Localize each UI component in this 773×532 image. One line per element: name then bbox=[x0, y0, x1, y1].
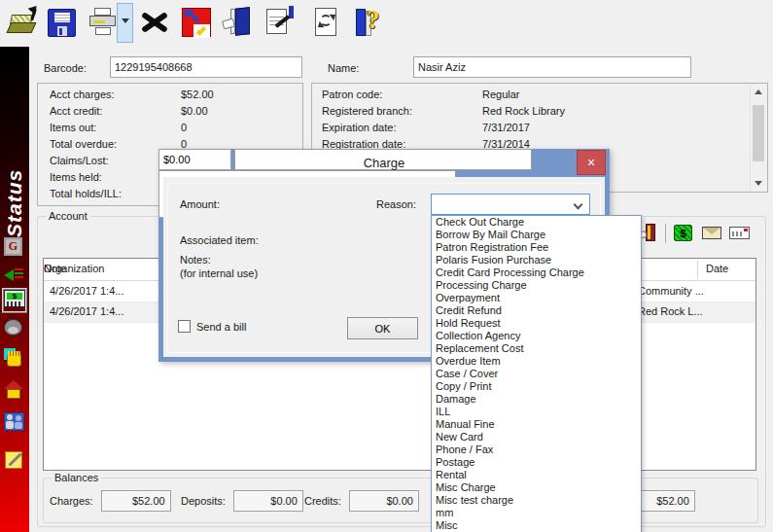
account-mini-toolbar: $ bbox=[637, 221, 751, 246]
caret-down-icon bbox=[122, 18, 129, 23]
balance-value-box: $0.00 bbox=[349, 490, 419, 512]
main-toolbar: ? bbox=[0, 0, 773, 47]
summary-label: Total holds/ILL: bbox=[50, 188, 122, 199]
scroll-down-button[interactable] bbox=[751, 176, 766, 191]
print-icon[interactable] bbox=[88, 5, 119, 42]
help-glyph: ? bbox=[367, 3, 380, 36]
balances-groupbox: Balances Charges:$52.00Deposits:$0.00Cre… bbox=[43, 478, 758, 523]
print-options-dropdown-button[interactable] bbox=[117, 3, 133, 43]
reason-option[interactable]: Check Out Charge bbox=[432, 216, 641, 229]
reason-option[interactable]: Misc Charge bbox=[432, 481, 641, 494]
reason-option[interactable]: Rental bbox=[432, 469, 641, 481]
notes-label: Notes: bbox=[180, 254, 211, 266]
holds-hand-icon[interactable] bbox=[4, 348, 25, 370]
details-scrollbar[interactable] bbox=[750, 85, 766, 191]
help-icon[interactable]: ? bbox=[354, 5, 385, 42]
cell-date: 4/26/2017 1:4... bbox=[50, 285, 123, 297]
reason-option[interactable]: Damage bbox=[432, 393, 641, 406]
summary-row: Items out:0 bbox=[38, 122, 302, 138]
cell-organization: Community ... bbox=[638, 285, 704, 297]
summary-label: Items held: bbox=[50, 171, 102, 183]
open-icon[interactable] bbox=[8, 5, 39, 42]
reason-option[interactable]: Manual Fine bbox=[432, 418, 641, 431]
reason-option[interactable]: Postage bbox=[432, 456, 641, 469]
scrollbar-thumb[interactable] bbox=[753, 105, 764, 161]
cell-date: 4/26/2017 1:4... bbox=[50, 305, 123, 317]
reason-option[interactable]: mm bbox=[432, 507, 641, 519]
summary-value: $52.00 bbox=[181, 89, 214, 100]
patron-figure-icon[interactable] bbox=[4, 319, 25, 340]
triangle-down-icon bbox=[755, 181, 762, 186]
detail-row: Registered branch:Red Rock Library bbox=[312, 105, 748, 122]
sidebar-title: Status bbox=[1, 105, 28, 237]
payment-dollar-icon[interactable]: $ bbox=[673, 223, 694, 244]
reason-option[interactable]: New Card bbox=[432, 431, 641, 443]
receipt-card-icon[interactable] bbox=[729, 223, 751, 244]
summary-value: $0.00 bbox=[181, 105, 208, 117]
summary-row: Acct charges:$52.00 bbox=[38, 89, 302, 105]
column-header[interactable]: Note bbox=[44, 263, 66, 274]
column-header[interactable]: Date bbox=[706, 263, 728, 274]
properties-icon[interactable] bbox=[264, 5, 295, 42]
barcode-input[interactable] bbox=[110, 56, 302, 78]
account-group-title: Account bbox=[46, 210, 90, 222]
mail-envelope-icon[interactable] bbox=[701, 223, 722, 244]
reason-option[interactable]: Credit Refund bbox=[432, 304, 641, 317]
summary-label: Items out: bbox=[50, 122, 96, 133]
status-sidebar: Status G $ bbox=[0, 47, 29, 532]
send-bill-label: Send a bill bbox=[196, 321, 246, 333]
detail-label: Expiration date: bbox=[322, 122, 396, 133]
refresh-icon[interactable] bbox=[311, 5, 342, 42]
detail-label: Registered branch: bbox=[322, 105, 412, 117]
renew-book-hand-icon[interactable] bbox=[223, 5, 254, 42]
summary-label: Total overdue: bbox=[50, 138, 117, 150]
summary-row: Acct credit:$0.00 bbox=[38, 105, 302, 122]
ok-button[interactable]: OK bbox=[347, 317, 418, 339]
balance-label: Credits: bbox=[304, 495, 341, 507]
reason-option[interactable]: Hold Request bbox=[432, 317, 641, 330]
reason-option[interactable]: Borrow By Mail Charge bbox=[432, 229, 641, 241]
reason-option[interactable]: Credit Card Processing Charge bbox=[432, 266, 641, 279]
reason-option[interactable]: Replacement Cost bbox=[432, 342, 641, 355]
check-in-icon[interactable] bbox=[181, 5, 212, 42]
name-input[interactable] bbox=[413, 56, 691, 78]
home-house-icon[interactable] bbox=[4, 379, 25, 401]
balance-value-box: $0.00 bbox=[233, 490, 303, 512]
close-icon[interactable]: × bbox=[577, 150, 606, 175]
general-badge-icon[interactable]: G bbox=[4, 237, 25, 259]
reason-option[interactable]: Copy / Print bbox=[432, 380, 641, 393]
send-bill-checkbox[interactable] bbox=[178, 320, 191, 333]
scroll-up-button[interactable] bbox=[751, 85, 766, 99]
reason-option[interactable]: Processing Charge bbox=[432, 279, 641, 292]
toolbar-separator bbox=[665, 224, 666, 243]
summary-label: Claims/Lost: bbox=[50, 155, 109, 166]
notes-pad-icon[interactable] bbox=[4, 449, 25, 471]
reason-option[interactable]: Case / Cover bbox=[432, 368, 641, 380]
reason-option[interactable]: Overdue Item bbox=[432, 355, 641, 368]
reason-option[interactable]: ILL bbox=[432, 406, 641, 418]
reason-option[interactable]: Overpayment bbox=[432, 292, 641, 304]
delete-icon[interactable] bbox=[139, 5, 170, 42]
detail-row: Expiration date:7/31/2017 bbox=[312, 122, 748, 138]
reason-option[interactable]: Misc test charge bbox=[432, 494, 641, 507]
reason-option[interactable]: Patron Registration Fee bbox=[432, 241, 641, 254]
barcode-label: Barcode: bbox=[44, 62, 87, 74]
reason-option[interactable]: Collection Agency bbox=[432, 330, 641, 342]
reason-option[interactable]: Misc bbox=[432, 519, 641, 532]
balance-label: Charges: bbox=[50, 495, 93, 507]
detail-value: Regular bbox=[482, 89, 520, 100]
reason-option[interactable]: Polaris Fusion Purchase bbox=[432, 254, 641, 266]
summary-label: Acct charges: bbox=[50, 89, 115, 100]
reason-option[interactable]: Phone / Fax bbox=[432, 443, 641, 456]
summary-value: 0 bbox=[181, 122, 187, 133]
reason-dropdown-list: Check Out ChargeBorrow By Mail ChargePat… bbox=[431, 215, 642, 532]
application-window: ? Status G $ Barcode: Name: Acct charges… bbox=[0, 0, 773, 532]
associations-people-icon[interactable] bbox=[4, 412, 25, 434]
summary-label: Acct credit: bbox=[50, 105, 102, 117]
claims-arrows-icon[interactable] bbox=[4, 265, 25, 286]
reason-select[interactable] bbox=[431, 194, 590, 215]
account-calculator-icon[interactable]: $ bbox=[4, 290, 25, 311]
total-balance-value-box: $52.00 bbox=[639, 490, 695, 512]
detail-label: Patron code: bbox=[322, 89, 382, 100]
save-icon[interactable] bbox=[47, 5, 78, 42]
